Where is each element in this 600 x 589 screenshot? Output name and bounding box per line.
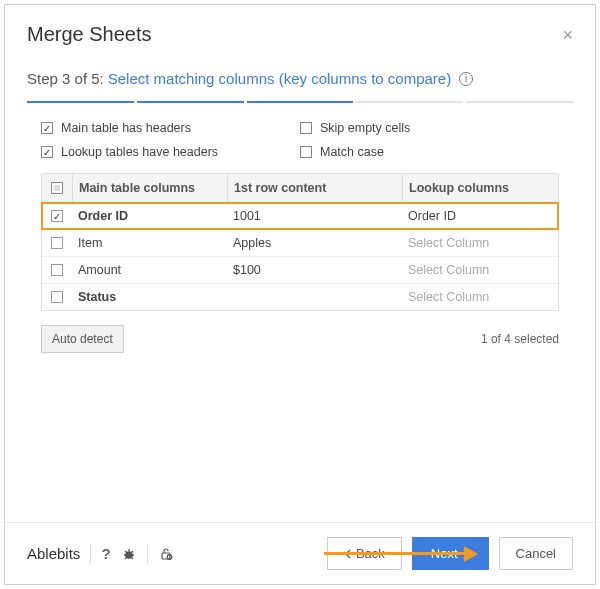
option-label: Skip empty cells xyxy=(320,121,410,135)
first-row-cell: 1001 xyxy=(227,203,402,229)
first-row-cell: Apples xyxy=(227,230,402,256)
checkbox-icon xyxy=(300,122,312,134)
back-button[interactable]: Back xyxy=(327,537,402,570)
button-row: Back Next Cancel xyxy=(327,537,573,570)
row-checkbox-cell[interactable] xyxy=(42,231,72,255)
lock-icon[interactable]: i xyxy=(158,546,174,562)
dialog-body: ✓ Main table has headers Skip empty cell… xyxy=(5,103,595,522)
header-lookup: Lookup columns xyxy=(402,174,558,202)
checkbox-icon: ✓ xyxy=(41,122,53,134)
table-body: ✓Order ID1001Order IDItemApplesSelect Co… xyxy=(42,203,558,310)
checkbox-icon: ✓ xyxy=(51,210,63,222)
bug-icon[interactable] xyxy=(121,546,137,562)
options-grid: ✓ Main table has headers Skip empty cell… xyxy=(41,121,559,159)
info-icon[interactable]: i xyxy=(459,72,473,86)
chevron-left-icon xyxy=(344,549,352,559)
lookup-column-cell[interactable]: Select Column xyxy=(402,257,558,283)
brand-row: Ablebits ? i xyxy=(27,544,174,564)
option-label: Match case xyxy=(320,145,384,159)
row-checkbox-cell[interactable]: ✓ xyxy=(42,204,72,228)
columns-table: Main table columns 1st row content Looku… xyxy=(41,173,559,311)
progress-bar xyxy=(5,95,595,103)
option-match-case[interactable]: Match case xyxy=(300,145,559,159)
first-row-cell xyxy=(227,291,402,303)
option-label: Main table has headers xyxy=(61,121,191,135)
lookup-column-cell[interactable]: Select Column xyxy=(402,230,558,256)
chevron-right-icon xyxy=(462,549,470,559)
table-row[interactable]: StatusSelect Column xyxy=(42,283,558,310)
table-row[interactable]: Amount$100Select Column xyxy=(42,256,558,283)
select-all-checkbox[interactable] xyxy=(51,182,63,194)
row-checkbox-cell[interactable] xyxy=(42,258,72,282)
lookup-column-cell[interactable]: Select Column xyxy=(402,284,558,310)
close-icon[interactable]: × xyxy=(562,26,573,44)
next-label: Next xyxy=(431,546,458,561)
merge-sheets-dialog: Merge Sheets × Step 3 of 5: Select match… xyxy=(4,4,596,585)
checkbox-icon xyxy=(51,291,63,303)
dialog-header: Merge Sheets × xyxy=(5,5,595,54)
dialog-title: Merge Sheets xyxy=(27,23,152,46)
main-column-cell: Item xyxy=(72,230,227,256)
checkbox-icon xyxy=(51,237,63,249)
option-lookup-headers[interactable]: ✓ Lookup tables have headers xyxy=(41,145,300,159)
header-first-row: 1st row content xyxy=(227,174,402,202)
divider xyxy=(147,544,148,564)
main-column-cell: Order ID xyxy=(72,203,227,229)
help-icon[interactable]: ? xyxy=(101,545,110,562)
first-row-cell: $100 xyxy=(227,257,402,283)
checkbox-icon xyxy=(300,146,312,158)
table-header: Main table columns 1st row content Looku… xyxy=(42,174,558,203)
back-label: Back xyxy=(356,546,385,561)
dialog-footer: Ablebits ? i Back Next xyxy=(5,522,595,584)
main-column-cell: Status xyxy=(72,284,227,310)
select-all-cell[interactable] xyxy=(42,174,72,202)
row-checkbox-cell[interactable] xyxy=(42,285,72,309)
svg-point-0 xyxy=(125,551,131,557)
table-row[interactable]: ItemApplesSelect Column xyxy=(42,229,558,256)
table-footer: Auto detect 1 of 4 selected xyxy=(41,325,559,353)
next-button[interactable]: Next xyxy=(412,537,489,570)
divider xyxy=(90,544,91,564)
table-row[interactable]: ✓Order ID1001Order ID xyxy=(42,203,558,229)
cancel-button[interactable]: Cancel xyxy=(499,537,573,570)
main-column-cell: Amount xyxy=(72,257,227,283)
step-indicator: Step 3 of 5: Select matching columns (ke… xyxy=(5,54,595,95)
option-main-headers[interactable]: ✓ Main table has headers xyxy=(41,121,300,135)
lookup-column-cell[interactable]: Order ID xyxy=(402,203,558,229)
step-prefix: Step 3 of 5: xyxy=(27,70,104,87)
step-link[interactable]: Select matching columns (key columns to … xyxy=(108,70,451,87)
checkbox-icon: ✓ xyxy=(41,146,53,158)
option-skip-empty[interactable]: Skip empty cells xyxy=(300,121,559,135)
option-label: Lookup tables have headers xyxy=(61,145,218,159)
svg-text:i: i xyxy=(169,554,170,559)
auto-detect-button[interactable]: Auto detect xyxy=(41,325,124,353)
checkbox-icon xyxy=(51,264,63,276)
header-main: Main table columns xyxy=(72,174,227,202)
selection-count: 1 of 4 selected xyxy=(481,332,559,346)
brand-label: Ablebits xyxy=(27,545,80,562)
